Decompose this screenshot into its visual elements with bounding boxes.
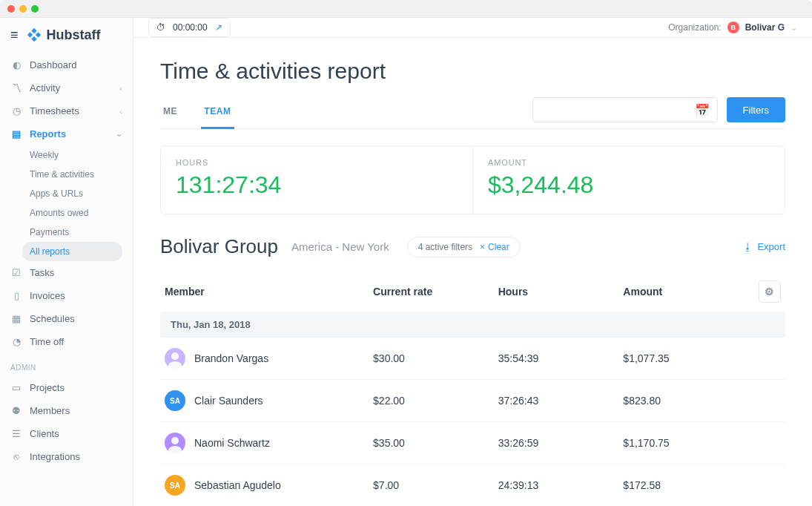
table-settings-button[interactable]: ⚙ xyxy=(759,280,781,303)
avatar xyxy=(165,433,185,453)
subnav-item-amounts-owed[interactable]: Amounts owed xyxy=(30,203,133,223)
table-row[interactable]: Naomi Schwartz$35.0033:26:59$1,170.75 xyxy=(160,422,785,464)
svg-point-3 xyxy=(168,446,182,453)
avatar: SA xyxy=(165,475,185,496)
col-member: Member xyxy=(165,286,373,298)
summary-amount-value: $3,244.48 xyxy=(488,171,770,199)
reports-icon: ▤ xyxy=(10,128,22,139)
org-label: Organization: xyxy=(668,22,721,33)
member-hours: 33:26:59 xyxy=(498,437,624,449)
sidebar-item-label: Clients xyxy=(30,428,59,439)
clear-filters-label: Clear xyxy=(488,242,509,252)
active-filters-count: 4 active filters xyxy=(418,242,472,252)
export-label: Export xyxy=(757,241,785,252)
subnav-item-apps-urls[interactable]: Apps & URLs xyxy=(30,184,133,203)
avatar: SA xyxy=(165,390,185,411)
sidebar-item-projects[interactable]: ▭ Projects xyxy=(0,376,133,399)
svg-point-0 xyxy=(171,352,179,360)
subnav-item-all-reports[interactable]: All reports xyxy=(22,242,122,261)
sidebar-item-label: Invoices xyxy=(30,290,65,301)
sidebar-item-time-off[interactable]: ◔ Time off xyxy=(0,330,133,353)
sidebar-item-invoices[interactable]: ▯ Invoices xyxy=(0,284,133,307)
timer-open-icon[interactable]: ↗ xyxy=(215,22,222,33)
subnav-item-time-activities[interactable]: Time & activities xyxy=(30,165,133,184)
summary-hours-value: 131:27:34 xyxy=(176,171,458,199)
clear-filters-button[interactable]: × Clear xyxy=(480,242,509,252)
col-rate: Current rate xyxy=(373,286,498,298)
tab-team[interactable]: TEAM xyxy=(201,99,234,129)
timeoff-icon: ◔ xyxy=(10,336,22,347)
member-rate: $35.00 xyxy=(373,437,498,449)
group-name: Bolivar Group xyxy=(160,235,278,258)
clients-icon: ☰ xyxy=(10,428,22,439)
table-row[interactable]: Brandon Vargas$30.0035:54:39$1,077.35 xyxy=(160,338,785,380)
window-zoom-dot[interactable] xyxy=(31,5,39,13)
sidebar-item-activity[interactable]: 〽 Activity ‹ xyxy=(0,76,133,99)
org-avatar: B xyxy=(727,22,739,33)
hubstaff-logo-icon xyxy=(26,27,42,43)
avatar xyxy=(165,348,185,369)
member-name: Naomi Schwartz xyxy=(194,437,270,449)
members-table: Member Current rate Hours Amount ⚙ Thu, … xyxy=(160,272,785,506)
sidebar-item-label: Projects xyxy=(30,382,65,393)
stopwatch-icon: ⏱ xyxy=(156,22,165,33)
member-name: Brandon Vargas xyxy=(194,352,268,364)
page-title: Time & activities report xyxy=(160,59,785,84)
member-hours: 24:39:13 xyxy=(498,479,624,491)
sidebar-item-reports[interactable]: ▤ Reports ⌄ xyxy=(0,122,133,145)
chevron-down-icon[interactable]: ⌄ xyxy=(790,23,797,33)
window-chrome xyxy=(0,0,812,18)
close-icon: × xyxy=(480,242,485,252)
member-name: Clair Saunders xyxy=(194,395,263,407)
menu-toggle-icon[interactable]: ≡ xyxy=(10,27,19,43)
schedules-icon: ▦ xyxy=(10,313,22,324)
sidebar-item-clients[interactable]: ☰ Clients xyxy=(0,422,133,445)
timesheets-icon: ◷ xyxy=(10,105,22,116)
sidebar-item-label: Time off xyxy=(30,336,64,347)
sidebar-section-admin: ADMIN xyxy=(0,353,133,376)
sidebar-item-label: Activity xyxy=(30,82,60,93)
sidebar-item-label: Members xyxy=(30,405,70,416)
window-close-dot[interactable] xyxy=(7,5,15,13)
chevron-down-icon: ⌄ xyxy=(116,129,122,139)
subnav-item-payments[interactable]: Payments xyxy=(30,223,133,242)
sidebar-item-members[interactable]: ⚉ Members xyxy=(0,399,133,422)
chevron-left-icon: ‹ xyxy=(119,84,122,93)
window-minimize-dot[interactable] xyxy=(19,5,27,13)
report-scope-tabs: ME TEAM xyxy=(160,99,234,128)
sidebar-item-schedules[interactable]: ▦ Schedules xyxy=(0,307,133,330)
tab-me[interactable]: ME xyxy=(160,99,180,128)
sidebar-item-label: Schedules xyxy=(30,313,75,324)
sidebar-item-label: Integrations xyxy=(30,451,80,462)
subnav-item-weekly[interactable]: Weekly xyxy=(30,145,133,165)
calendar-icon: 📅 xyxy=(695,103,710,117)
sidebar-item-dashboard[interactable]: ◐ Dashboard xyxy=(0,53,133,76)
member-hours: 35:54:39 xyxy=(498,352,624,364)
group-timezone: America - New York xyxy=(291,240,389,253)
filters-button[interactable]: Filters xyxy=(727,97,785,122)
chevron-left-icon: ‹ xyxy=(119,107,122,116)
download-icon: ⭳ xyxy=(743,241,753,252)
member-hours: 37:26:43 xyxy=(498,395,624,407)
sidebar-item-label: Timesheets xyxy=(30,105,79,116)
sidebar-item-label: Tasks xyxy=(30,267,54,278)
sidebar-item-timesheets[interactable]: ◷ Timesheets ‹ xyxy=(0,99,133,122)
timer-widget[interactable]: ⏱ 00:00:00 ↗ xyxy=(148,18,231,37)
summary-hours-label: HOURS xyxy=(176,158,458,167)
member-amount: $172.58 xyxy=(623,479,748,491)
org-switcher[interactable]: Bolivar G xyxy=(745,22,785,33)
table-row[interactable]: SAClair Saunders$22.0037:26:43$823.80 xyxy=(160,380,785,422)
brand-logo[interactable]: Hubstaff xyxy=(26,27,101,43)
svg-point-2 xyxy=(171,437,179,444)
sidebar-item-integrations[interactable]: ⎋ Integrations xyxy=(0,445,133,468)
timer-value: 00:00:00 xyxy=(173,22,208,33)
sidebar-item-tasks[interactable]: ☑ Tasks xyxy=(0,261,133,284)
members-icon: ⚉ xyxy=(10,405,22,416)
member-rate: $30.00 xyxy=(373,352,498,364)
export-button[interactable]: ⭳ Export xyxy=(743,241,785,252)
reports-subnav: Weekly Time & activities Apps & URLs Amo… xyxy=(0,145,133,261)
summary-amount-label: AMOUNT xyxy=(488,158,770,167)
table-row[interactable]: SASebastian Agudelo$7.0024:39:13$172.58 xyxy=(160,464,785,506)
member-amount: $823.80 xyxy=(623,395,748,407)
date-range-picker[interactable]: 📅 xyxy=(532,97,718,122)
